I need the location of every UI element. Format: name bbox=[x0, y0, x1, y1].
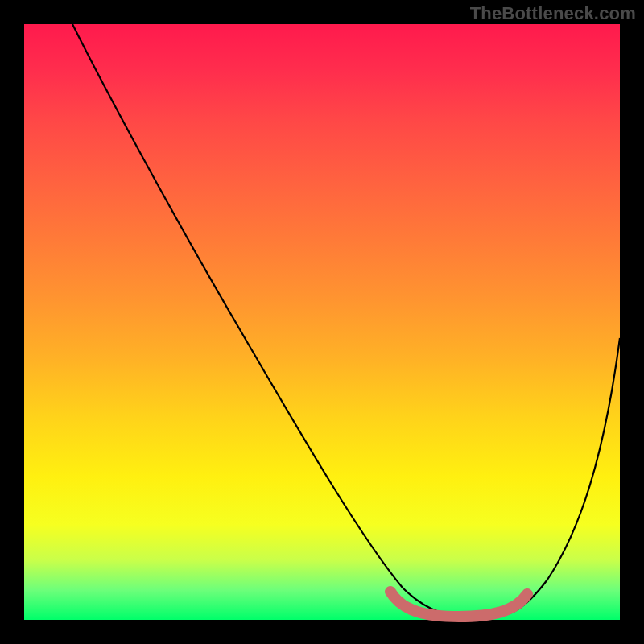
plot-area bbox=[24, 24, 620, 620]
watermark-text: TheBottleneck.com bbox=[470, 3, 636, 24]
curve-svg bbox=[24, 24, 620, 620]
bottleneck-curve bbox=[72, 24, 620, 618]
chart-frame: TheBottleneck.com bbox=[0, 0, 644, 644]
